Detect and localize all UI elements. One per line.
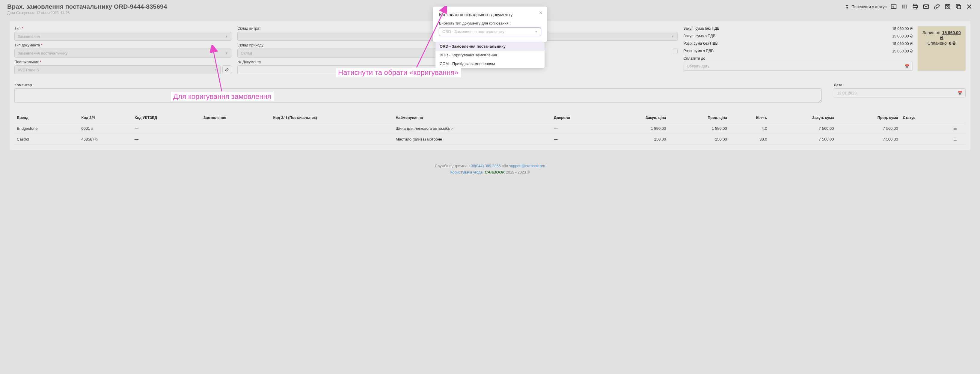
save-icon[interactable]: [944, 3, 951, 10]
dropdown-option-bor[interactable]: BOR - Коригування замовлення: [436, 51, 544, 59]
mail-icon[interactable]: [923, 3, 930, 10]
change-status-button[interactable]: Перевести у статус: [844, 4, 886, 9]
svg-rect-14: [957, 5, 961, 9]
svg-rect-4: [905, 5, 905, 9]
svg-rect-0: [891, 5, 896, 9]
dropdown-option-ord[interactable]: ORD - Замовлення постачальнику: [436, 42, 544, 51]
svg-rect-5: [906, 5, 907, 9]
copy-document-modal: ✕ Копіювання складського документу Вибер…: [433, 6, 547, 42]
svg-rect-1: [902, 5, 903, 9]
back-icon[interactable]: [890, 3, 897, 10]
barcode-icon[interactable]: [901, 3, 908, 10]
creation-date: Дата Створення: 12 січня 2023, 14:26: [7, 11, 167, 15]
svg-point-13: [947, 6, 948, 8]
print-icon[interactable]: [912, 3, 919, 10]
annotation-1: Для коригування замовлення: [171, 92, 274, 101]
modal-title: Копіювання складського документу: [439, 12, 541, 17]
page-title: Врах. замовлення постачальнику ORD-9444-…: [7, 3, 167, 10]
modal-close-icon[interactable]: ✕: [539, 10, 543, 16]
annotation-2: Натиснути та обрати «коригування»: [336, 68, 461, 77]
chevron-down-icon: ▼: [535, 30, 538, 33]
modal-label: Виберіть тип документу для копіювання :: [439, 21, 541, 25]
document-type-select[interactable]: ORD - Замовлення постачальнику▼: [439, 27, 541, 36]
svg-rect-3: [904, 5, 904, 9]
copy-icon[interactable]: [955, 3, 962, 10]
dropdown-option-com[interactable]: COM - Прихід за замовленням: [436, 59, 544, 68]
svg-rect-12: [947, 5, 948, 6]
link-icon[interactable]: [933, 3, 940, 10]
svg-rect-6: [907, 5, 907, 9]
document-type-dropdown: ORD - Замовлення постачальнику BOR - Кор…: [436, 42, 544, 68]
close-icon[interactable]: [966, 3, 973, 10]
